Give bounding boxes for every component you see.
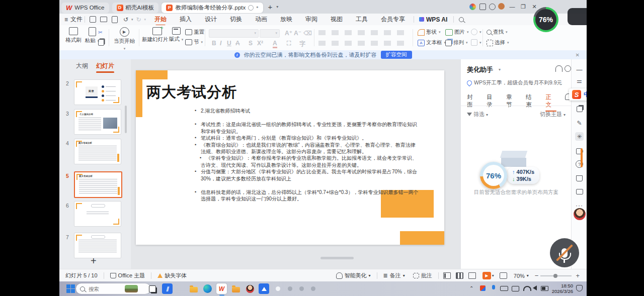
notice-close-icon[interactable]: ✕ xyxy=(576,52,580,58)
wifi-icon[interactable] xyxy=(523,286,531,291)
tab-wps-office[interactable]: W WPS Office xyxy=(61,3,109,13)
beautify-tab-toc[interactable]: 目录 xyxy=(487,93,498,109)
ime-toolbar[interactable]: S 中 ·, Ai xyxy=(569,88,587,101)
wps-ai-button[interactable]: WPS AI xyxy=(426,16,447,23)
expand-storage-button[interactable]: 扩容空间 xyxy=(381,51,412,59)
print-icon[interactable] xyxy=(100,16,108,23)
tray-app-icon[interactable] xyxy=(480,285,486,291)
menu-tab-home[interactable]: 开始 xyxy=(154,15,167,24)
beautify-tab-chapter[interactable]: 章节 xyxy=(506,93,517,109)
layout-button[interactable]: 版式 xyxy=(168,27,185,43)
avatar-app-icon[interactable] xyxy=(245,283,255,294)
zoom-in-button[interactable]: + xyxy=(576,272,580,279)
slide-thumbnail-3[interactable]: 个人情况介绍 xyxy=(74,109,121,135)
hamburger-icon[interactable]: ≡ xyxy=(64,16,68,23)
beautify-caret[interactable]: ▾ xyxy=(499,67,501,72)
notes-button[interactable]: ≣备注▾ xyxy=(383,272,405,279)
font-name-select[interactable]: ▾ xyxy=(209,29,259,38)
clear-format-icon[interactable]: ⌫ xyxy=(303,30,312,37)
new-tab-button[interactable]: + xyxy=(268,3,273,11)
layers-icon[interactable] xyxy=(575,105,584,113)
shape-button[interactable]: 形状 xyxy=(418,29,441,36)
play-from-current-button[interactable]: ▶ 当页开始 xyxy=(113,27,136,51)
bold-icon[interactable]: B xyxy=(212,40,216,47)
slide-title[interactable]: 两大考试分析 xyxy=(146,82,237,103)
redo-icon[interactable]: ↻ xyxy=(135,16,143,23)
start-button[interactable] xyxy=(65,283,76,294)
smart-beautify-button[interactable]: 智能美化▾ xyxy=(336,272,371,279)
skin-icon[interactable] xyxy=(489,4,496,10)
tab-docer[interactable]: D 稻壳AI模板 xyxy=(112,3,159,13)
outline-tab[interactable]: 大纲 xyxy=(76,62,88,70)
comments-button[interactable]: 批注 xyxy=(413,272,432,279)
menu-tab-transition[interactable]: 切换 xyxy=(230,15,242,24)
zoom-out-button[interactable]: − xyxy=(535,272,539,279)
find-button[interactable]: 查找 xyxy=(487,29,508,36)
properties-sliders-icon[interactable]: ⚌ xyxy=(575,76,584,85)
menu-tab-design[interactable]: 设计 xyxy=(205,15,217,24)
taskbar-search[interactable] xyxy=(76,283,150,294)
task-view-icon[interactable] xyxy=(147,283,157,294)
menu-tab-view[interactable]: 视图 xyxy=(331,15,343,24)
beautify-tab-ending[interactable]: 结束 xyxy=(526,93,537,109)
workspace-icon[interactable] xyxy=(479,4,486,10)
user-avatar[interactable] xyxy=(574,208,586,220)
add-slide-button[interactable]: + xyxy=(91,255,97,267)
beautify-title[interactable]: 美化助手 xyxy=(467,65,493,74)
app-icon-mountain[interactable] xyxy=(259,283,269,294)
print-preview-icon[interactable] xyxy=(111,16,119,23)
battery-icon[interactable] xyxy=(541,286,548,291)
tray-mic-icon[interactable] xyxy=(492,285,495,289)
slide-sorter-icon[interactable] xyxy=(456,272,463,279)
volume-icon[interactable] xyxy=(533,285,537,290)
headset-icon[interactable] xyxy=(555,65,562,72)
search-icon[interactable] xyxy=(459,17,464,22)
comment-bubble-icon[interactable] xyxy=(575,187,584,196)
zoom-slider[interactable] xyxy=(540,275,572,276)
font-color-icon[interactable]: A xyxy=(273,40,277,48)
slide-thumbnail-2[interactable]: 目录 xyxy=(74,79,121,105)
beautify-tools-icon[interactable]: ✳ xyxy=(575,132,584,141)
undo-icon[interactable]: ↺ xyxy=(122,16,130,23)
theme-control[interactable]: Office 主题 xyxy=(110,272,145,279)
play-caret[interactable]: ▾ xyxy=(492,273,494,278)
picture-button[interactable]: 图片 xyxy=(445,29,469,36)
beautify-tab-body[interactable]: 正文 xyxy=(545,93,556,109)
tab-document[interactable]: P 教师编制备考经验分享.pptx • xyxy=(162,3,263,13)
tab-list-caret[interactable]: ▾ xyxy=(276,5,278,9)
tray-touchpad-icon[interactable] xyxy=(512,286,519,291)
textbox-button[interactable]: A文本框 xyxy=(418,39,446,46)
switch-theme-control[interactable]: 切换主题 ▾ xyxy=(540,111,566,118)
tray-clock[interactable]: 18:50 2026/3/26 xyxy=(550,283,573,294)
increase-font-icon[interactable]: A⁺ xyxy=(285,30,292,37)
wps-app-icon-active[interactable]: W xyxy=(216,283,227,294)
fullscreen-icon[interactable] xyxy=(500,272,507,279)
edit-pen-icon[interactable]: ✎ xyxy=(575,119,584,127)
cut-button[interactable]: ✂ xyxy=(98,29,103,35)
tray-expand-icon[interactable]: ⌃ xyxy=(469,285,473,291)
save-icon[interactable] xyxy=(89,16,97,23)
superscript-icon[interactable]: X² xyxy=(257,40,263,47)
notification-bell-icon[interactable] xyxy=(576,285,583,291)
collapse-icon[interactable]: — xyxy=(575,65,584,74)
copy-button[interactable] xyxy=(98,39,104,46)
reset-button[interactable]: 重置 xyxy=(185,29,204,36)
font-size-select[interactable]: ▾ xyxy=(260,29,280,38)
theme-color-icon[interactable] xyxy=(469,4,476,10)
list-tools-row[interactable] xyxy=(318,30,409,35)
align-tools-row[interactable] xyxy=(318,41,409,46)
menu-tab-slideshow[interactable]: 放映 xyxy=(280,15,292,24)
filter-control[interactable]: 筛选 ▾ xyxy=(467,111,488,118)
undo-caret[interactable]: ▾ xyxy=(131,18,133,22)
format-painter-button[interactable]: 格式刷 xyxy=(63,27,84,44)
slide-thumbnail-7[interactable] xyxy=(74,233,121,258)
slide-body-textbox[interactable]: 2.湖北省教师招聘考试 考试性质：这是由湖北省统一组织的教师招聘考试，专业性更强… xyxy=(174,108,420,203)
reading-view-icon[interactable] xyxy=(468,272,476,279)
italic-icon[interactable]: I xyxy=(220,40,221,47)
shadow-icon[interactable]: S xyxy=(249,40,253,47)
promo-row[interactable]: WPS开工季，超级会员每月不到9.9元 xyxy=(467,79,562,86)
color-scheme-button[interactable] xyxy=(471,39,481,46)
account-avatar[interactable] xyxy=(498,3,505,10)
zoom-level[interactable]: 70%▾ xyxy=(514,273,529,279)
edge-browser-icon[interactable] xyxy=(202,283,213,294)
